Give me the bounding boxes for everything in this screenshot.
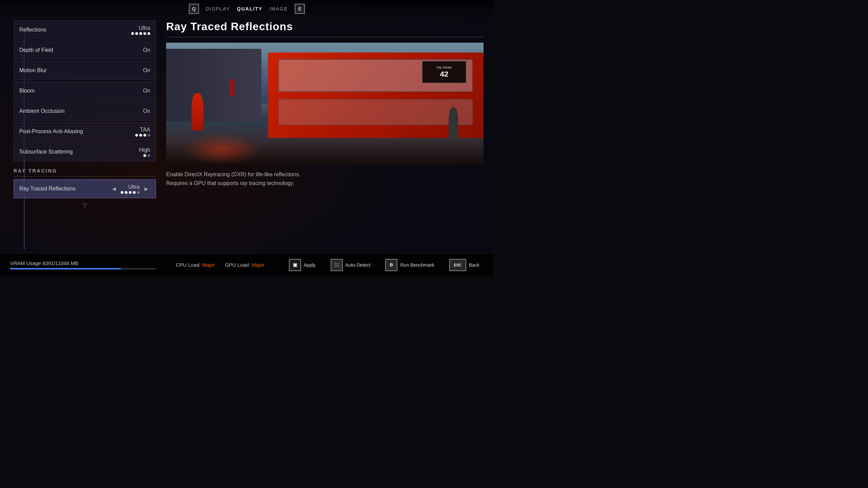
vram-text: VRAM Usage 8391/11048 MB [10,260,156,266]
ss-dot-2 [147,154,150,157]
bus-sign: City Centre 42 [422,61,466,83]
aa-dot-2 [139,134,142,137]
detail-description: Enable DirectX Raytracing (DXR) for life… [166,170,484,187]
vram-fill [10,268,121,269]
back-key-icon: ESC [449,259,466,271]
reflections-dots [131,32,150,35]
ray-tracing-section-header: RAY TRACING [14,163,156,177]
bus-destination: City Centre [437,65,452,70]
aa-dot-3 [143,134,146,137]
vram-section: VRAM Usage 8391/11048 MB [0,260,166,269]
dot-2 [135,32,138,35]
q-key[interactable]: Q [189,4,199,14]
dot-3 [139,32,142,35]
auto-detect-button[interactable]: ⬛ Auto-Detect [327,256,375,274]
red-reflection [182,134,261,165]
benchmark-key-icon: B [385,259,397,271]
gpu-load: GPU Load: Major [225,262,264,268]
cpu-load: CPU Load: Major [176,262,215,268]
rtr-dots [121,191,140,194]
scroll-down-indicator: ▽ [14,198,156,212]
depth-of-field-value: On [143,47,150,53]
rtr-dot-1 [121,191,123,194]
dot-4 [143,32,146,35]
dot-1 [131,32,134,35]
dot-5 [147,32,150,35]
depth-of-field-row[interactable]: Depth of Field On [14,41,156,60]
post-process-aa-dots [135,134,150,137]
banner [230,79,235,96]
rtr-dot-2 [125,191,127,194]
aa-dot-4 [147,134,150,137]
post-process-aa-value: TAA [140,127,150,133]
post-process-aa-row[interactable]: Post-Process Anti-Aliasing TAA [14,122,156,141]
apply-key-icon: ▣ [289,259,301,271]
action-buttons: ▣ Apply ⬛ Auto-Detect B Run Benchmark ES… [275,256,494,274]
ambient-occlusion-row[interactable]: Ambient Occlusion On [14,102,156,121]
rtr-value: Ultra [128,184,140,190]
detail-divider [166,37,484,37]
ambient-occlusion-value: On [143,108,150,114]
top-navigation: Q DISPLAY QUALITY IMAGE E [0,0,494,18]
load-section: CPU Load: Major GPU Load: Major [166,262,275,268]
ray-traced-reflections-label: Ray Traced Reflections [19,186,75,192]
benchmark-label: Run Benchmark [400,262,434,268]
e-key[interactable]: E [295,4,305,14]
subsurface-scattering-value: High [139,147,150,153]
display-tab[interactable]: DISPLAY [206,6,230,12]
apply-button[interactable]: ▣ Apply [285,256,320,274]
ss-dot-1 [143,154,146,157]
image-tab[interactable]: IMAGE [269,6,288,12]
depth-of-field-label: Depth of Field [19,47,53,53]
settings-panel: Reflections Ultra Depth of Field On Moti… [14,20,156,253]
subsurface-scattering-row[interactable]: Subsurface Scattering High [14,142,156,161]
ray-traced-reflections-row[interactable]: Ray Traced Reflections ◀ Ultra ▶ [14,179,156,198]
post-process-aa-value-container: TAA [135,127,150,137]
apply-label: Apply [304,262,316,268]
ambient-occlusion-label: Ambient Occlusion [19,108,64,114]
rtr-dot-5 [137,191,140,194]
rtr-dot-4 [133,191,136,194]
detail-image: City Centre 42 [166,43,484,165]
bus-lower-windows [278,99,473,125]
bus-number: 42 [440,70,448,79]
motion-blur-value: On [143,67,150,74]
cpu-load-label: CPU Load: [176,262,201,268]
bottom-bar: VRAM Usage 8391/11048 MB CPU Load: Major… [0,253,494,277]
rtr-value-container: Ultra [121,184,140,194]
gpu-load-label: GPU Load: [225,262,250,268]
run-benchmark-button[interactable]: B Run Benchmark [381,256,438,274]
subsurface-scattering-value-container: High [139,147,150,157]
reflections-value-container: Ultra [131,25,150,35]
motion-blur-label: Motion Blur [19,67,47,74]
rtr-left-arrow[interactable]: ◀ [110,185,118,192]
subsurface-dots [143,154,150,157]
post-process-aa-label: Post-Process Anti-Aliasing [19,128,83,135]
ray-traced-reflections-controls: ◀ Ultra ▶ [110,184,150,194]
auto-detect-label: Auto-Detect [346,262,371,268]
figure-2 [449,107,458,138]
bloom-label: Bloom [19,88,35,94]
subsurface-scattering-label: Subsurface Scattering [19,149,73,155]
bloom-value: On [143,88,150,94]
auto-detect-key-icon: ⬛ [331,259,343,271]
back-label: Back [469,262,479,268]
motion-blur-row[interactable]: Motion Blur On [14,61,156,80]
aa-dot-1 [135,134,138,137]
reflections-row[interactable]: Reflections Ultra [14,20,156,39]
quality-tab[interactable]: QUALITY [237,6,262,12]
reflections-value: Ultra [139,25,150,31]
gpu-load-value: Major [252,262,264,268]
detail-title: Ray Traced Reflections [166,20,484,33]
reflections-label: Reflections [19,27,46,33]
vram-bar [10,268,156,269]
back-button[interactable]: ESC Back [445,256,484,274]
bloom-row[interactable]: Bloom On [14,81,156,100]
rtr-dot-3 [129,191,132,194]
building-left [166,49,261,122]
cpu-load-value: Major [202,262,215,268]
settings-list: Reflections Ultra Depth of Field On Moti… [14,20,156,198]
rtr-right-arrow[interactable]: ▶ [142,185,150,192]
detail-panel: Ray Traced Reflections City Centre 42 [166,20,484,253]
